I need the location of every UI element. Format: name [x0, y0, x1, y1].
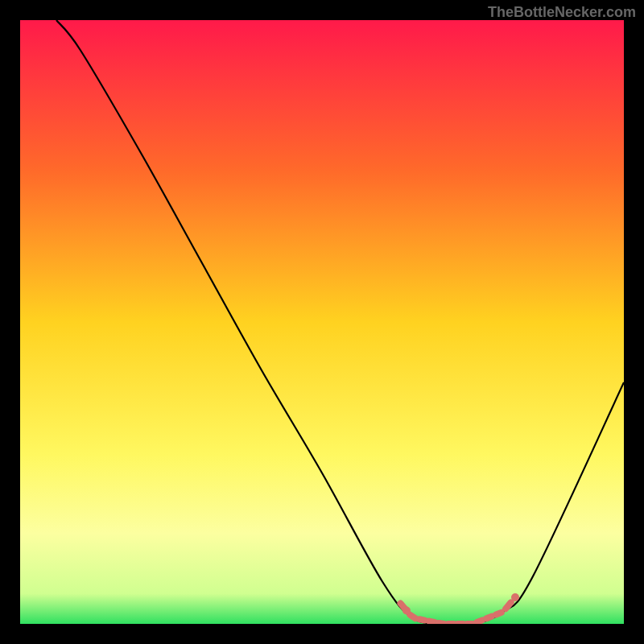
svg-line-1	[410, 615, 415, 618]
svg-line-9	[486, 617, 492, 619]
svg-line-10	[496, 613, 502, 615]
svg-line-2	[419, 619, 425, 620]
svg-line-11	[506, 602, 511, 609]
svg-point-12	[402, 607, 411, 615]
svg-point-13	[511, 593, 519, 601]
chart-plot	[20, 20, 624, 624]
watermark-text: TheBottleNecker.com	[488, 4, 636, 21]
svg-line-4	[439, 623, 444, 624]
svg-line-3	[429, 621, 435, 622]
gradient-background	[20, 20, 624, 624]
svg-line-8	[477, 620, 483, 622]
chart-svg	[20, 20, 624, 624]
